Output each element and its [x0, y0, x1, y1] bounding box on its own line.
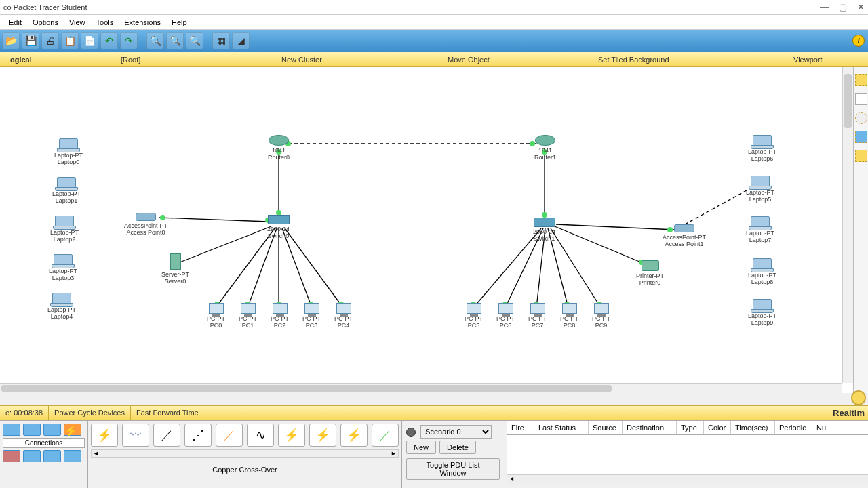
- col-num[interactable]: Nu: [812, 421, 829, 434]
- device-laptop6[interactable]: Laptop-PTLaptop6: [748, 135, 776, 162]
- conn-straight-icon[interactable]: ／: [153, 424, 180, 447]
- print-icon[interactable]: 🖨: [41, 32, 59, 49]
- device-ap0[interactable]: AccessPoint-PTAccess Point0: [124, 213, 167, 236]
- zoom-in-icon[interactable]: 🔍: [146, 32, 164, 49]
- conn-octal-icon[interactable]: ／: [372, 424, 399, 447]
- conn-phone-icon[interactable]: ∿: [247, 424, 274, 447]
- menu-edit[interactable]: Edit: [3, 17, 27, 28]
- menu-view[interactable]: View: [64, 17, 91, 28]
- inspect-tool-icon[interactable]: [855, 131, 867, 143]
- zoom-out-icon[interactable]: 🔍: [186, 32, 203, 49]
- col-time[interactable]: Time(sec): [731, 421, 775, 434]
- col-dest[interactable]: Destination: [623, 421, 677, 434]
- device-cat-icon[interactable]: [64, 450, 81, 462]
- horizontal-scrollbar[interactable]: [0, 383, 842, 393]
- device-laptop2[interactable]: Laptop-PTLaptop2: [50, 216, 79, 243]
- select-tool-icon[interactable]: [855, 74, 867, 86]
- viewport-button[interactable]: Viewport: [793, 56, 823, 64]
- close-icon[interactable]: ✕: [857, 2, 865, 12]
- realtime-tab[interactable]: Realtim: [833, 408, 865, 418]
- redo-icon[interactable]: ↷: [120, 32, 138, 49]
- toggle-pdu-button[interactable]: Toggle PDU List Window: [406, 458, 500, 480]
- conn-console-icon[interactable]: 〰: [122, 424, 149, 447]
- col-color[interactable]: Color: [704, 421, 731, 434]
- delete-scenario-button[interactable]: Delete: [439, 441, 476, 454]
- device-pc8[interactable]: PC-PTPC8: [560, 303, 578, 329]
- col-fire[interactable]: Fire: [507, 421, 534, 434]
- new-cluster-button[interactable]: New Cluster: [281, 56, 322, 64]
- menu-options[interactable]: Options: [27, 17, 64, 28]
- device-pc5[interactable]: PC-PTPC5: [465, 303, 483, 329]
- root-button[interactable]: [Root]: [121, 56, 140, 64]
- realtime-clock-icon[interactable]: [851, 390, 866, 405]
- place-note-icon[interactable]: [855, 93, 867, 105]
- device-laptop5[interactable]: Laptop-PTLaptop5: [746, 176, 774, 203]
- device-cat-icon[interactable]: [3, 450, 20, 462]
- device-router1[interactable]: 1841Router1: [534, 135, 556, 161]
- minimize-icon[interactable]: —: [820, 2, 829, 12]
- col-type[interactable]: Type: [677, 421, 704, 434]
- device-laptop4[interactable]: Laptop-PTLaptop4: [47, 293, 76, 320]
- device-cat-icon[interactable]: [23, 450, 41, 462]
- paste-icon[interactable]: 📄: [81, 32, 98, 49]
- device-server0[interactable]: Server-PTServer0: [161, 253, 189, 285]
- menu-extensions[interactable]: Extensions: [119, 17, 166, 28]
- device-cat-icon[interactable]: [43, 424, 61, 436]
- conn-coax-icon[interactable]: ⚡: [278, 424, 305, 447]
- device-cat-icon[interactable]: [3, 424, 20, 436]
- device-pc1[interactable]: PC-PTPC1: [239, 303, 257, 329]
- save-icon[interactable]: 💾: [22, 32, 39, 49]
- open-icon[interactable]: 📂: [2, 32, 20, 49]
- col-status[interactable]: Last Status: [534, 421, 589, 434]
- maximize-icon[interactable]: ▢: [839, 2, 847, 12]
- pdu-scrollbar[interactable]: ◄: [507, 474, 868, 483]
- logical-tab[interactable]: ogical: [0, 56, 42, 64]
- device-switch0[interactable]: 2950-24Switch0: [267, 215, 290, 239]
- menu-tools[interactable]: Tools: [91, 17, 119, 28]
- resize-tool-icon[interactable]: [855, 150, 867, 162]
- move-object-button[interactable]: Move Object: [448, 56, 490, 64]
- device-cat-icon[interactable]: [43, 450, 61, 462]
- scenario-select[interactable]: Scenario 0: [420, 425, 492, 439]
- device-router0[interactable]: 1841Router0: [268, 135, 290, 161]
- palette-icon[interactable]: ▦: [212, 32, 230, 49]
- device-pc4[interactable]: PC-PTPC4: [334, 303, 353, 329]
- conn-auto-icon[interactable]: ⚡: [91, 424, 118, 447]
- fast-forward-button[interactable]: Fast Forward Time: [131, 406, 204, 420]
- device-switch1[interactable]: 2950-24Switch1: [533, 218, 555, 242]
- device-laptop8[interactable]: Laptop-PTLaptop8: [748, 258, 776, 285]
- conn-serial-dte-icon[interactable]: ⚡: [340, 424, 368, 447]
- device-laptop1[interactable]: Laptop-PTLaptop1: [52, 177, 81, 204]
- device-pc7[interactable]: PC-PTPC7: [528, 303, 547, 329]
- device-ap1[interactable]: AccessPoint-PTAccess Point1: [663, 224, 706, 247]
- device-pc2[interactable]: PC-PTPC2: [271, 303, 289, 329]
- conn-fiber-icon[interactable]: ／: [216, 424, 243, 447]
- device-printer0[interactable]: Printer-PTPrinter0: [636, 260, 664, 286]
- copy-icon[interactable]: 📋: [61, 32, 79, 49]
- device-laptop0[interactable]: Laptop-PTLaptop0: [54, 138, 83, 165]
- col-periodic[interactable]: Periodic: [775, 421, 812, 434]
- lightning-icon[interactable]: ⚡: [64, 424, 81, 436]
- custom-device-icon[interactable]: ◢: [232, 32, 250, 49]
- delete-tool-icon[interactable]: [855, 112, 867, 124]
- device-pc0[interactable]: PC-PTPC0: [207, 303, 225, 329]
- set-background-button[interactable]: Set Tiled Background: [598, 56, 669, 64]
- conn-serial-dce-icon[interactable]: ⚡: [309, 424, 336, 447]
- undo-icon[interactable]: ↶: [100, 32, 118, 49]
- topology-canvas[interactable]: 1841Router0 1841Router1 2950-24Switch0 2…: [0, 67, 853, 393]
- device-cat-icon[interactable]: [23, 424, 41, 436]
- menu-help[interactable]: Help: [166, 17, 193, 28]
- device-pc9[interactable]: PC-PTPC9: [592, 303, 610, 329]
- col-source[interactable]: Source: [589, 421, 623, 434]
- zoom-reset-icon[interactable]: 🔍: [166, 32, 184, 49]
- device-pc6[interactable]: PC-PTPC6: [496, 303, 515, 329]
- new-scenario-button[interactable]: New: [406, 441, 436, 454]
- info-icon[interactable]: i: [852, 35, 865, 47]
- device-laptop7[interactable]: Laptop-PTLaptop7: [746, 216, 774, 243]
- device-laptop9[interactable]: Laptop-PTLaptop9: [748, 299, 776, 326]
- palette-scrollbar[interactable]: ◄►: [91, 449, 399, 458]
- vertical-scrollbar[interactable]: [842, 67, 853, 383]
- power-cycle-button[interactable]: Power Cycle Devices: [49, 406, 131, 420]
- conn-crossover-icon[interactable]: ⋰: [184, 424, 212, 447]
- device-laptop3[interactable]: Laptop-PTLaptop3: [49, 254, 77, 281]
